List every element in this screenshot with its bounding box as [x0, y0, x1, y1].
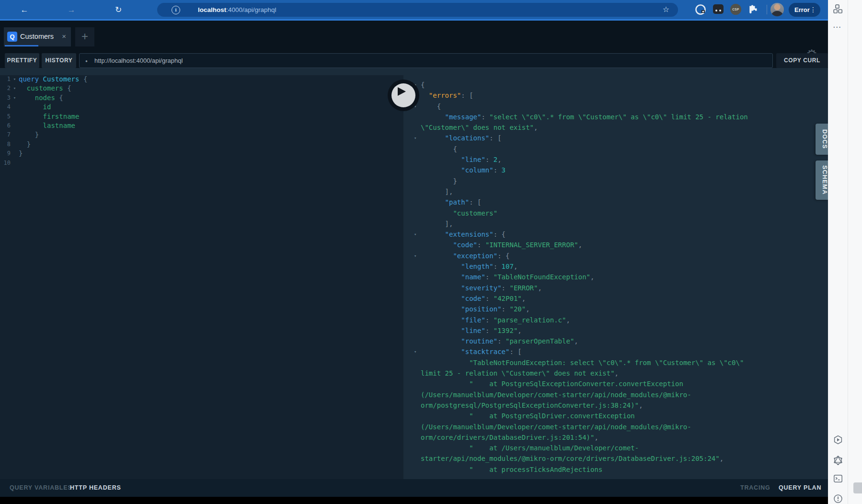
reload-icon[interactable]: ↻	[112, 4, 125, 16]
code-text: id	[19, 103, 51, 112]
response-text: "column": 3	[421, 165, 506, 175]
endpoint-input[interactable]	[80, 54, 772, 68]
prettify-button[interactable]: PRETTIFY	[5, 53, 39, 68]
alert-icon[interactable]	[833, 494, 843, 504]
url-text: localhost:4000/api/graphql	[198, 6, 276, 14]
response-text: "TableNotFoundException: select \"c0\".*…	[421, 357, 744, 368]
status-bar: QUERY VARIABLES HTTP HEADERS TRACING QUE…	[0, 479, 828, 497]
response-line: " at PostgreSqlDriver.convertException	[414, 411, 815, 421]
tab-title: Customers	[20, 33, 54, 40]
response-line: ▾ "locations": [	[414, 133, 815, 143]
site-info-icon[interactable]: i	[172, 6, 180, 14]
bookmark-star-icon[interactable]: ☆	[663, 5, 669, 14]
tracing-button[interactable]: TRACING	[740, 484, 770, 491]
extension-eyes-icon[interactable]	[713, 4, 724, 14]
http-headers-button[interactable]: HTTP HEADERS	[70, 484, 121, 491]
kebab-menu-icon[interactable]: ⋮	[810, 6, 816, 13]
close-tab-icon[interactable]: ×	[62, 32, 66, 40]
response-text: "locations": [	[421, 133, 502, 143]
response-line: ▾ {	[414, 101, 815, 112]
editor-code-line: 9}	[0, 149, 403, 158]
response-line: " at /Users/manuelblum/Developer/comet-	[414, 443, 815, 453]
scrollbar-thumb[interactable]	[853, 482, 862, 493]
fold-toggle-icon[interactable]: ▾	[414, 229, 421, 240]
csp-extension-icon[interactable]: CSP	[730, 4, 741, 15]
copy-curl-button[interactable]: COPY CURL	[776, 53, 828, 68]
password-extension-icon[interactable]	[694, 3, 707, 16]
back-icon[interactable]: ←	[18, 4, 31, 16]
profile-avatar[interactable]	[770, 3, 784, 16]
fold-toggle-icon	[414, 218, 421, 229]
browser-error-button[interactable]: Error ⋮	[789, 3, 820, 17]
response-text: ],	[421, 218, 453, 229]
fold-toggle-icon	[414, 357, 421, 368]
code-text: nodes {	[19, 93, 63, 103]
fold-toggle-icon	[414, 378, 421, 389]
query-plan-button[interactable]: QUERY PLAN	[779, 484, 821, 491]
playground-logo-icon[interactable]	[833, 435, 843, 445]
fold-toggle-icon	[11, 149, 19, 158]
response-text: "severity": "ERROR",	[421, 283, 542, 293]
new-tab-button[interactable]: +	[75, 27, 94, 46]
response-text: "code": "42P01",	[421, 293, 526, 304]
response-text: "file": "parse_relation.c",	[421, 315, 570, 325]
fold-toggle-icon	[414, 315, 421, 325]
more-options-icon[interactable]: ⋯	[833, 22, 841, 32]
history-button[interactable]: HISTORY	[42, 53, 76, 68]
response-line: " at PostgreSqlExceptionConverter.conver…	[414, 378, 815, 389]
code-text: lastname	[19, 121, 75, 130]
docs-side-tab[interactable]: DOCS	[816, 124, 828, 155]
editor-code-line: 10	[0, 159, 403, 168]
fold-toggle-icon	[414, 325, 421, 336]
graphql-playground-window: ← → ↻ i localhost:4000/api/graphql ☆ CSP…	[0, 0, 862, 504]
fold-toggle-icon	[414, 293, 421, 304]
terminal-icon[interactable]	[833, 474, 843, 483]
line-number: 3	[0, 93, 11, 103]
response-line: {	[414, 144, 815, 154]
fold-toggle-icon	[414, 422, 421, 432]
response-text: }	[421, 176, 457, 186]
query-variables-button[interactable]: QUERY VARIABLES	[10, 484, 72, 491]
response-line: "path": [	[414, 197, 815, 207]
fold-toggle-icon	[414, 122, 421, 133]
fold-toggle-icon[interactable]: ▾	[414, 346, 421, 357]
fold-toggle-icon[interactable]: ▾	[414, 133, 421, 143]
response-line: "customers"	[414, 208, 815, 218]
response-text: "stacktrace": [	[421, 346, 522, 357]
tab-customers[interactable]: Q Customers ×	[4, 27, 71, 46]
line-number: 1	[0, 75, 11, 84]
line-number: 2	[0, 84, 11, 93]
fold-toggle-icon	[11, 140, 19, 149]
fold-toggle-icon	[414, 272, 421, 282]
fold-toggle-icon	[11, 159, 19, 168]
fold-toggle-icon	[414, 453, 421, 464]
response-text: "extensions": {	[421, 229, 506, 240]
response-text: "exception": {	[421, 251, 509, 261]
response-text: {	[421, 101, 441, 112]
response-line: (/Users/manuelblum/Developer/comet-start…	[414, 389, 815, 400]
response-line: "file": "parse_relation.c",	[414, 315, 815, 325]
forward-icon[interactable]: →	[65, 4, 78, 16]
panel-squares-icon[interactable]	[833, 4, 843, 14]
fold-toggle-icon	[414, 154, 421, 165]
extensions-puzzle-icon[interactable]	[747, 4, 759, 15]
response-line: orm/core/drivers/DatabaseDriver.js:201:5…	[414, 432, 815, 443]
fold-toggle-icon	[414, 432, 421, 443]
fold-toggle-icon[interactable]: ▾	[11, 75, 19, 84]
fold-toggle-icon	[414, 165, 421, 175]
response-line: \"Customer\" does not exist",	[414, 122, 815, 133]
fold-toggle-icon[interactable]: ▾	[11, 93, 19, 103]
fold-toggle-icon	[414, 389, 421, 400]
execute-query-button[interactable]	[388, 80, 419, 111]
response-line: "line": 2,	[414, 154, 815, 165]
schema-side-tab[interactable]: SCHEMA	[816, 160, 828, 200]
fold-toggle-icon[interactable]: ▾	[414, 251, 421, 261]
response-line: "routine": "parserOpenTable",	[414, 336, 815, 346]
graphql-logo-icon[interactable]	[833, 456, 843, 465]
line-number: 5	[0, 112, 11, 121]
response-text: "line": "1392",	[421, 325, 522, 336]
fold-toggle-icon[interactable]: ▾	[11, 84, 19, 93]
address-bar[interactable]: i localhost:4000/api/graphql ☆	[157, 3, 678, 17]
endpoint-field-wrap: ●	[79, 53, 773, 68]
fold-toggle-icon	[414, 186, 421, 197]
